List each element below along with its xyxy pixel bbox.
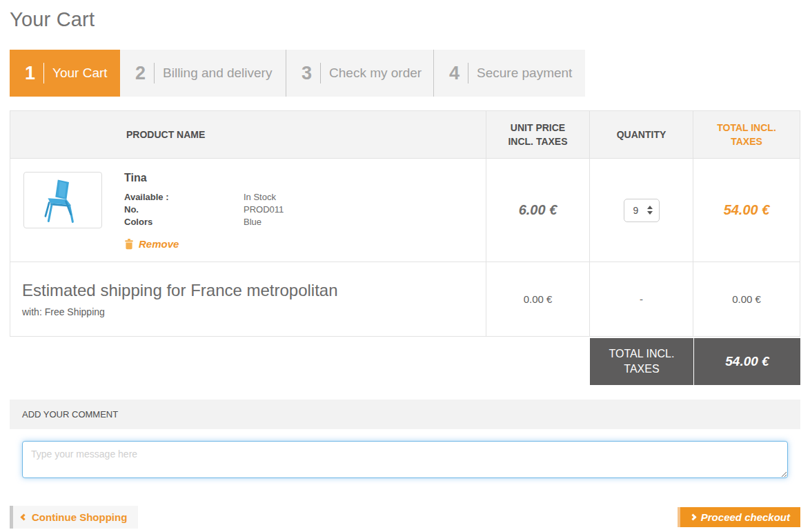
shipping-total-cell: 0.00 € [693, 262, 800, 336]
shipping-unit-price-cell: 0.00 € [486, 262, 589, 336]
header-unit-price: UNIT PRICE INCL. TAXES [486, 111, 589, 158]
cart-page: Your Cart 1 Your Cart 2 Billing and deli… [0, 8, 810, 529]
bottom-actions: Continue Shopping Proceed checkout [10, 506, 800, 529]
table-header-row: PRODUCT NAME UNIT PRICE INCL. TAXES QUAN… [10, 111, 800, 159]
product-attributes: Available : In Stock No. PROD011 Colors … [124, 192, 284, 227]
quantity-value: 9 [633, 205, 639, 216]
chair-image-icon [30, 176, 96, 224]
step-label: Your Cart [52, 66, 108, 81]
shipping-cell: Estimated shipping for France metropolit… [10, 262, 486, 336]
table-row-product: Tina Available : In Stock No. PROD011 Co… [10, 159, 800, 262]
unit-price-value: 6.00 € [519, 202, 557, 218]
quantity-cell: 9 [589, 159, 693, 262]
product-name[interactable]: Tina [124, 172, 284, 184]
remove-label: Remove [139, 238, 179, 250]
step-number: 1 [25, 63, 35, 84]
product-info: Tina Available : In Stock No. PROD011 Co… [124, 172, 284, 262]
step-divider [320, 63, 321, 83]
table-row-shipping: Estimated shipping for France metropolit… [10, 262, 800, 336]
step-your-cart[interactable]: 1 Your Cart [10, 50, 120, 97]
comment-section: ADD YOUR COMMENT [10, 400, 800, 481]
continue-shopping-label: Continue Shopping [32, 511, 127, 523]
comment-input[interactable] [22, 441, 788, 478]
summary-value: 54.00 € [693, 338, 800, 385]
step-divider [43, 63, 44, 83]
unit-price-cell: 6.00 € [486, 159, 589, 262]
step-check-order[interactable]: 3 Check my order [286, 50, 433, 97]
step-label: Secure payment [477, 66, 572, 81]
remove-item-link[interactable]: Remove [124, 238, 284, 250]
attr-label-colors: Colors [124, 217, 244, 227]
comment-body [10, 429, 800, 481]
step-divider [154, 63, 155, 83]
proceed-checkout-label: Proceed checkout [701, 511, 790, 523]
continue-shopping-button[interactable]: Continue Shopping [10, 506, 138, 529]
chevron-left-icon [21, 514, 28, 521]
quantity-stepper[interactable]: 9 [624, 199, 660, 222]
summary-label: TOTAL INCL. TAXES [590, 338, 693, 385]
attr-value-available: In Stock [244, 192, 284, 202]
attr-label-available: Available : [124, 192, 244, 202]
product-thumbnail[interactable] [23, 172, 102, 228]
proceed-checkout-button[interactable]: Proceed checkout [678, 507, 800, 527]
spinner-arrows-icon[interactable] [647, 206, 653, 215]
header-total: TOTAL INCL. TAXES [693, 111, 800, 158]
line-total-cell: 54.00 € [693, 159, 800, 262]
step-label: Billing and delivery [163, 66, 272, 81]
trash-icon [124, 239, 134, 250]
page-title: Your Cart [10, 8, 800, 31]
line-total-value: 54.00 € [724, 202, 770, 218]
step-number: 3 [302, 63, 312, 84]
attr-value-colors: Blue [244, 217, 284, 227]
spinner-up-icon[interactable] [647, 206, 653, 209]
comment-heading: ADD YOUR COMMENT [10, 400, 800, 429]
step-number: 4 [449, 63, 460, 84]
step-secure-payment[interactable]: 4 Secure payment [433, 50, 585, 97]
chevron-right-icon [689, 514, 696, 521]
shipping-unit-price: 0.00 € [524, 293, 553, 305]
order-total-summary: TOTAL INCL. TAXES 54.00 € [590, 338, 800, 385]
attr-value-number: PROD011 [244, 204, 284, 215]
product-cell: Tina Available : In Stock No. PROD011 Co… [10, 159, 486, 262]
spinner-down-icon[interactable] [647, 211, 653, 215]
cart-table: PRODUCT NAME UNIT PRICE INCL. TAXES QUAN… [10, 110, 800, 337]
checkout-steps: 1 Your Cart 2 Billing and delivery 3 Che… [10, 50, 585, 97]
header-quantity: QUANTITY [589, 111, 693, 158]
shipping-quantity-cell: - [589, 262, 693, 336]
step-divider [468, 63, 468, 83]
shipping-title: Estimated shipping for France metropolit… [22, 281, 486, 300]
step-label: Check my order [329, 66, 422, 81]
step-billing-delivery[interactable]: 2 Billing and delivery [120, 50, 286, 97]
shipping-total: 0.00 € [732, 293, 761, 305]
step-number: 2 [135, 63, 146, 84]
header-product-name: PRODUCT NAME [10, 111, 486, 158]
shipping-quantity: - [640, 293, 643, 305]
shipping-carrier: with: Free Shipping [22, 306, 486, 317]
attr-label-number: No. [124, 204, 244, 215]
